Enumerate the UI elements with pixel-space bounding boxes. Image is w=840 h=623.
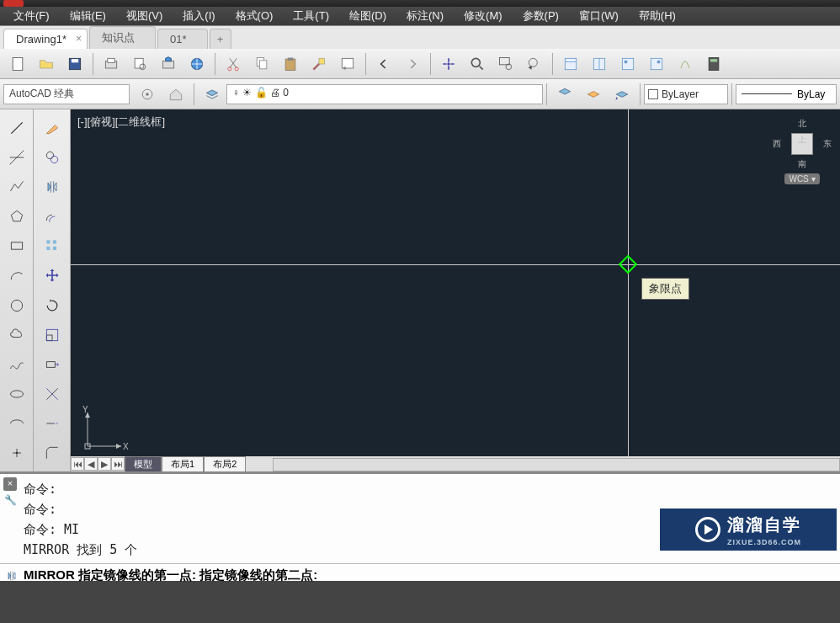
menu-file[interactable]: 文件(F) (3, 6, 60, 26)
layer-flags: ♀ ☀ 🔓 🖨 (232, 87, 283, 99)
rectangle-tool[interactable] (3, 233, 30, 259)
stretch-tool[interactable] (37, 351, 67, 377)
menu-draw[interactable]: 绘图(D) (339, 6, 396, 26)
layout-tab-2[interactable]: 布局2 (204, 456, 246, 472)
layout-tab-1[interactable]: 布局1 (162, 456, 204, 472)
layout-first-button[interactable]: ⏮ (71, 457, 84, 471)
menu-window[interactable]: 窗口(W) (569, 6, 629, 26)
layout-prev-button[interactable]: ◀ (84, 457, 98, 471)
horizontal-scrollbar[interactable] (273, 458, 840, 471)
doc-tab-01[interactable]: 01* (157, 29, 208, 49)
viewport-controls[interactable]: [-][俯视][二维线框] (77, 114, 165, 130)
save-button[interactable] (62, 52, 88, 76)
paste-button[interactable] (278, 52, 303, 76)
menu-help[interactable]: 帮助(H) (629, 6, 686, 26)
scale-tool[interactable] (37, 322, 67, 348)
linetype-select[interactable]: ByLay (736, 84, 837, 104)
zoom-previous-button[interactable] (522, 52, 547, 76)
layout-tab-model[interactable]: 模型 (125, 456, 162, 472)
line-tool[interactable] (3, 114, 30, 141)
pan-button[interactable] (436, 52, 461, 76)
viewcube-top-face[interactable]: 上 (791, 133, 813, 155)
new-tab-button[interactable]: + (210, 29, 231, 49)
pline-tool[interactable] (3, 173, 30, 200)
plot-button[interactable] (98, 52, 124, 76)
layer-select[interactable]: ♀ ☀ 🔓 🖨 0 (226, 84, 543, 104)
fillet-tool[interactable] (37, 440, 67, 466)
command-settings-icon[interactable]: 🔧 (3, 494, 17, 508)
layer-iso-button[interactable] (581, 83, 606, 106)
svg-point-9 (228, 67, 231, 70)
menu-dimension[interactable]: 标注(N) (396, 6, 454, 26)
doc-tab-drawing1[interactable]: Drawing1*× (3, 29, 88, 49)
layout-last-button[interactable]: ⏭ (111, 457, 125, 471)
publish-button[interactable] (156, 52, 181, 76)
workspace-settings-button[interactable] (135, 83, 160, 106)
layer-states-button[interactable] (552, 83, 577, 106)
layout-next-button[interactable]: ▶ (98, 457, 111, 471)
revcloud-tool[interactable] (3, 322, 30, 348)
extend-tool[interactable] (37, 411, 67, 437)
copy-tool[interactable] (37, 144, 67, 170)
wcs-select[interactable]: WCS ▾ (784, 173, 819, 184)
svg-rect-0 (13, 57, 23, 70)
workspace-home-button[interactable] (163, 83, 189, 106)
mirror-tool[interactable] (37, 173, 67, 200)
arc-tool[interactable] (3, 263, 30, 289)
trim-tool[interactable] (37, 381, 67, 407)
menu-modify[interactable]: 修改(M) (454, 6, 513, 26)
svg-line-61 (77, 115, 79, 117)
properties-button[interactable] (558, 52, 583, 76)
zoom-window-button[interactable] (493, 52, 518, 76)
redo-button[interactable] (400, 52, 425, 76)
ellipse-tool[interactable] (3, 381, 30, 407)
undo-button[interactable] (371, 52, 396, 76)
sheet-set-button[interactable] (587, 52, 612, 76)
menu-insert[interactable]: 插入(I) (173, 6, 225, 26)
view-cube[interactable]: 北 西 上 东 南 WCS ▾ (773, 118, 832, 177)
polygon-tool[interactable] (3, 204, 30, 230)
command-close-button[interactable]: × (3, 477, 17, 491)
menu-tools[interactable]: 工具(T) (283, 6, 339, 26)
preview-button[interactable] (127, 52, 152, 76)
workspace-select[interactable]: AutoCAD 经典 (3, 84, 130, 104)
markup-button[interactable] (673, 52, 698, 76)
quickcalc-button[interactable] (701, 52, 726, 76)
zoom-realtime-button[interactable] (465, 52, 490, 76)
svg-point-41 (10, 391, 23, 397)
dwf-button[interactable] (184, 52, 210, 76)
move-tool[interactable] (37, 263, 67, 289)
spline-tool[interactable] (3, 351, 30, 377)
separator (552, 53, 553, 75)
xline-tool[interactable] (3, 144, 30, 170)
command-input[interactable]: MIRROR 指定镜像线的第一点: 指定镜像线的第二点: (0, 563, 840, 587)
point-tool[interactable] (3, 440, 30, 466)
rotate-tool[interactable] (37, 292, 67, 318)
tool-palettes-button[interactable] (615, 52, 641, 76)
circle-tool[interactable] (3, 292, 30, 318)
menu-param[interactable]: 参数(P) (513, 6, 569, 26)
match-props-button[interactable] (306, 52, 332, 76)
menu-view[interactable]: 视图(V) (116, 6, 173, 26)
close-icon[interactable]: × (76, 33, 82, 45)
cut-button[interactable] (221, 52, 246, 76)
menu-format[interactable]: 格式(O) (226, 6, 284, 26)
layer-props-button[interactable] (199, 83, 225, 106)
command-window: × 🔧 命令: 命令: 命令: MI MIRROR 找到 5 个 MIRROR … (0, 471, 840, 581)
svg-rect-15 (319, 58, 325, 64)
array-tool[interactable] (37, 233, 67, 259)
drawing-canvas[interactable]: [-][俯视][二维线框] (71, 109, 840, 471)
offset-tool[interactable] (37, 204, 67, 230)
layer-prev-button[interactable] (609, 83, 635, 106)
copy-button[interactable] (249, 52, 274, 76)
ellipse-arc-tool[interactable] (3, 411, 30, 437)
menu-edit[interactable]: 编辑(E) (60, 6, 116, 26)
svg-rect-28 (625, 60, 627, 62)
erase-tool[interactable] (37, 114, 67, 141)
doc-tab-knowledge[interactable]: 知识点 (89, 26, 156, 49)
block-editor-button[interactable] (335, 52, 360, 76)
design-center-button[interactable] (644, 52, 669, 76)
new-button[interactable] (5, 52, 30, 76)
open-button[interactable] (34, 52, 59, 76)
color-select[interactable]: ByLayer (644, 84, 728, 104)
